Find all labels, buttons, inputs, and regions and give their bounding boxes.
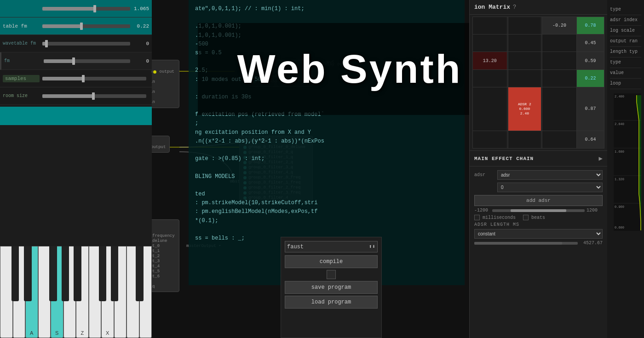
faust-checkbox[interactable] xyxy=(327,270,336,279)
synth-row-5: samples xyxy=(0,70,152,87)
mc-4-4[interactable] xyxy=(542,87,577,131)
mc-3-4[interactable] xyxy=(542,69,577,87)
left-panel: 1.065 table fm 0.22 wavetable fm 0 fm 0 … xyxy=(0,0,152,338)
faust-dropdown[interactable]: faust ⬆⬇ xyxy=(285,241,378,252)
right-panel: ion Matrix ? -0.20 0.78 xyxy=(469,0,644,338)
teal-bar xyxy=(0,107,152,125)
const-fill xyxy=(474,242,562,245)
adsr-select[interactable]: adsr xyxy=(497,170,603,180)
save-button[interactable]: save program xyxy=(285,281,378,294)
row-value-2: 0.22 xyxy=(133,23,149,29)
mc-2-5[interactable]: 0.59 xyxy=(576,52,604,69)
svg-text:0.960: 0.960 xyxy=(615,205,624,209)
load-button[interactable]: load program xyxy=(285,296,378,309)
white-key-c[interactable] xyxy=(0,246,13,338)
svg-rect-3 xyxy=(614,93,641,231)
sidebar-label-adsr-index: adsr index xyxy=(610,15,641,26)
svg-text:2.040: 2.040 xyxy=(615,122,624,126)
constant-select[interactable]: constant xyxy=(474,229,603,239)
range-max: 1200 xyxy=(586,208,603,213)
help-icon[interactable]: ? xyxy=(513,4,516,11)
adsr-label: adsr xyxy=(474,172,497,178)
black-key-fs2[interactable] xyxy=(136,246,144,301)
synth-row-4: fm 0 xyxy=(0,52,152,70)
svg-text:1.320: 1.320 xyxy=(615,178,624,181)
matrix-container: -0.20 0.78 0.45 13.20 0.5 xyxy=(470,15,607,150)
slider-4[interactable] xyxy=(44,59,130,63)
sidebar-label-length-typ: length typ xyxy=(610,47,641,57)
black-key-cs[interactable] xyxy=(12,246,19,301)
slider-1[interactable] xyxy=(42,7,130,11)
zero-select[interactable]: 0 xyxy=(497,183,603,192)
matrix-row-4: ADSR 20.6002.40 0.87 xyxy=(473,87,604,131)
mc-0-4[interactable]: -0.20 xyxy=(542,17,577,34)
mc-3-0[interactable] xyxy=(473,69,507,87)
right-main: ion Matrix ? -0.20 0.78 xyxy=(470,0,607,338)
white-key-f[interactable] xyxy=(38,246,51,338)
black-key-cs2[interactable] xyxy=(99,246,107,301)
range-min: -1200 xyxy=(474,208,490,213)
sidebar-label-type2: type xyxy=(610,57,641,68)
mc-1-2[interactable] xyxy=(508,34,541,52)
row-value-3: 0 xyxy=(133,41,149,46)
black-key-as[interactable] xyxy=(74,246,81,301)
const-track[interactable] xyxy=(474,242,578,245)
mc-1-4[interactable] xyxy=(542,34,577,52)
black-key-ds[interactable] xyxy=(24,246,32,301)
mc-5-4[interactable] xyxy=(542,131,577,148)
mc-2-4[interactable] xyxy=(542,52,577,69)
slider-2[interactable] xyxy=(42,24,130,28)
middle-area: Mixer Master Gain output Input 0 Input 0… xyxy=(97,0,497,338)
slider-3[interactable] xyxy=(42,42,130,46)
beats-checkbox[interactable] xyxy=(523,215,529,220)
matrix-header: ion Matrix ? xyxy=(470,0,607,15)
mc-3-5[interactable]: 0.22 xyxy=(576,69,604,87)
slider-5[interactable] xyxy=(42,77,146,80)
mc-0-0[interactable] xyxy=(473,17,507,34)
play-icon[interactable]: ▶ xyxy=(599,155,603,162)
row-label-4: fm xyxy=(4,58,41,63)
compile-button[interactable]: compile xyxy=(285,255,378,268)
mc-5-0[interactable] xyxy=(473,131,507,148)
mc-0-2[interactable] xyxy=(508,17,541,34)
slider-6[interactable] xyxy=(42,94,146,98)
add-adsr-button[interactable]: add adsr xyxy=(474,195,603,206)
mc-4-5[interactable]: 0.87 xyxy=(576,87,604,131)
mc-5-5[interactable]: 0.64 xyxy=(576,131,604,148)
synth-row-1: 1.065 xyxy=(0,0,152,17)
row-label-5: samples xyxy=(3,75,40,82)
sidebar-label-value: value xyxy=(610,68,641,79)
right-sidebar-labels: type adsr index log scale output ran len… xyxy=(607,0,644,338)
adsr-length-label: ADSR LENGTH MS xyxy=(474,222,603,227)
mc-5-2[interactable] xyxy=(508,131,541,148)
row-label-3: wavetable fm xyxy=(3,41,40,46)
mc-3-2[interactable] xyxy=(508,69,541,87)
range-track[interactable] xyxy=(492,209,585,212)
synth-row-6: room size xyxy=(0,87,152,105)
mc-2-2[interactable] xyxy=(508,52,541,69)
faust-panel: faust ⬆⬇ compile save program load progr… xyxy=(281,237,382,338)
black-key-gs[interactable] xyxy=(62,246,69,301)
black-key-ds2[interactable] xyxy=(111,246,119,301)
matrix-row-0: -0.20 0.78 xyxy=(473,17,604,34)
checkbox-row: milliseconds beats xyxy=(474,215,603,220)
mc-4-2[interactable]: ADSR 20.6002.40 xyxy=(508,87,541,131)
mc-2-0[interactable]: 13.20 xyxy=(473,52,507,69)
key-label-x: X xyxy=(106,330,109,336)
effect-chain-title: MAIN EFFECT CHAIN xyxy=(474,156,534,161)
svg-text:0.600: 0.600 xyxy=(615,226,624,229)
milliseconds-checkbox[interactable] xyxy=(474,215,480,220)
row-value-4: 0 xyxy=(133,58,149,64)
faust-dropdown-value: faust xyxy=(287,244,304,250)
mc-1-0[interactable] xyxy=(473,34,507,52)
mc-4-0[interactable] xyxy=(473,87,507,131)
mc-0-5[interactable]: 0.78 xyxy=(576,17,604,34)
mc-1-5[interactable]: 0.45 xyxy=(576,34,604,52)
beats-label: beats xyxy=(531,215,545,220)
piano-keyboard[interactable]: A S Z X xyxy=(0,246,152,338)
const-value: 4527.67 xyxy=(580,241,603,246)
black-key-fs[interactable] xyxy=(49,246,57,301)
range-row: -1200 1200 xyxy=(474,208,603,213)
title-overlay: Web Synth xyxy=(198,23,497,115)
effect-row-adsr: adsr adsr xyxy=(474,170,603,180)
